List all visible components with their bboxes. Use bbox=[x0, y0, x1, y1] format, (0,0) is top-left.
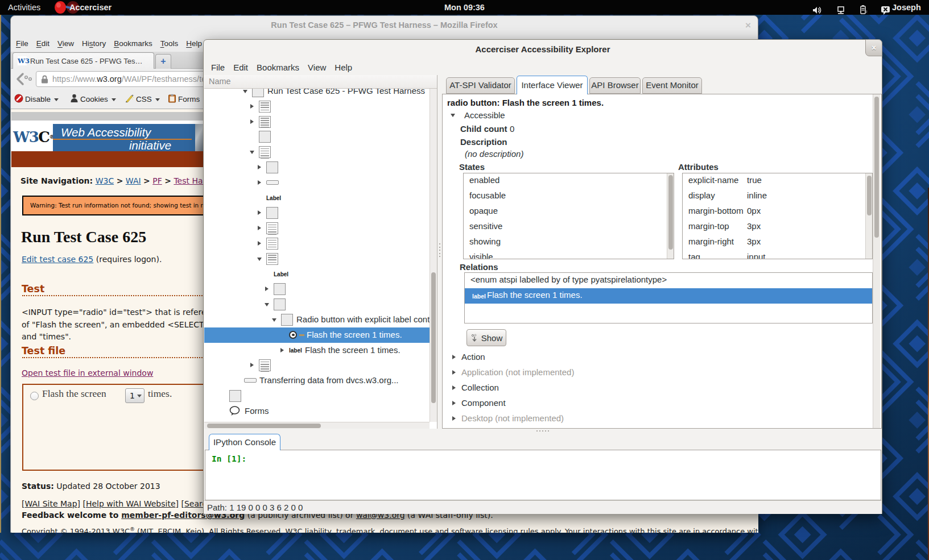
times-select[interactable]: 1 bbox=[125, 388, 144, 403]
tree-row[interactable] bbox=[204, 297, 430, 312]
tree-row[interactable] bbox=[204, 114, 430, 130]
tree-row[interactable] bbox=[204, 160, 430, 175]
tree-row-flash-the-screen-1-times-[interactable]: Flash the screen 1 times. bbox=[204, 327, 430, 343]
tree-row[interactable] bbox=[204, 205, 430, 221]
copyright-link[interactable]: ERCIM bbox=[158, 527, 181, 533]
attributes-listbox[interactable]: explicit-nametruedisplayinlinemargin-bot… bbox=[682, 173, 873, 259]
tab-event-monitor[interactable]: Event Monitor bbox=[642, 77, 702, 94]
sitenav-link[interactable]: PF bbox=[152, 176, 162, 185]
devbar-forms-menu[interactable]: Forms bbox=[168, 89, 208, 109]
relation-type-row[interactable]: <enum atspi labelled by of type pyatspir… bbox=[470, 275, 667, 284]
tab-interface-viewer[interactable]: Interface Viewer bbox=[517, 76, 588, 94]
tree-horizontal-scrollbar[interactable] bbox=[204, 422, 430, 429]
attribute-row[interactable]: taginput bbox=[683, 250, 872, 259]
relations-listbox[interactable]: <enum atspi labelled by of type pyatspir… bbox=[464, 272, 873, 323]
tree-row-forms[interactable]: Forms bbox=[204, 404, 430, 419]
tree-row[interactable] bbox=[204, 251, 430, 267]
copyright-link[interactable]: software licensing rules bbox=[451, 527, 539, 533]
attribute-row[interactable]: displayinline bbox=[683, 189, 872, 204]
chat-icon[interactable] bbox=[881, 3, 890, 18]
flash-radio-button[interactable] bbox=[30, 392, 39, 400]
tree-row[interactable] bbox=[204, 175, 430, 190]
expander-icon[interactable] bbox=[250, 119, 254, 124]
accerciser-menu-help[interactable]: Help bbox=[335, 63, 352, 72]
devbar-disable-menu[interactable]: Disable bbox=[14, 89, 59, 109]
interface-viewer-scrollbar[interactable] bbox=[873, 94, 880, 428]
open-test-file-link[interactable]: Open test file in external window bbox=[22, 368, 153, 378]
relation-target-row[interactable]: label Flash the screen 1 times. bbox=[465, 288, 872, 304]
copyright-link[interactable]: trademark bbox=[336, 527, 375, 533]
firefox-menu-view[interactable]: View bbox=[57, 39, 74, 48]
tree-row-radio-button-with-explicit-lab[interactable]: Radio button with explicit label content bbox=[204, 312, 430, 327]
devbar-cookies-menu[interactable]: Cookies bbox=[70, 89, 116, 109]
battery-icon[interactable] bbox=[859, 2, 868, 17]
tree-row[interactable]: Label bbox=[204, 267, 430, 282]
accerciser-close-button[interactable]: × bbox=[865, 39, 882, 56]
firefox-menu-help[interactable]: Help bbox=[186, 39, 202, 48]
accerciser-menu-view[interactable]: View bbox=[308, 63, 326, 72]
accerciser-menu-bookmarks[interactable]: Bookmarks bbox=[257, 63, 299, 72]
accessible-expander-label[interactable]: Accessible bbox=[464, 110, 505, 120]
tree-row-transferring-data-from-dvcs-w3[interactable]: Transferring data from dvcs.w3.org... bbox=[204, 373, 430, 388]
accerciser-menu-file[interactable]: File bbox=[211, 63, 225, 72]
bottom-splitter-handle[interactable] bbox=[536, 430, 551, 433]
devbar-css-menu[interactable]: CSS bbox=[125, 89, 160, 109]
state-row[interactable]: visible bbox=[464, 250, 674, 259]
state-row[interactable]: focusable bbox=[464, 189, 674, 204]
w3c-logo[interactable]: W3C® bbox=[13, 124, 53, 151]
attribute-row[interactable]: margin-top3px bbox=[683, 219, 872, 235]
tree-row-run-test-case-625-pfwg-test-ha[interactable]: Run Test Case 625 - PFWG Test Harness bbox=[204, 89, 430, 99]
sitenav-link[interactable]: W3C bbox=[96, 176, 114, 185]
firefox-menu-tools[interactable]: Tools bbox=[160, 39, 179, 48]
firefox-menu-history[interactable]: History bbox=[82, 39, 106, 48]
tree-header-name[interactable]: Name bbox=[204, 75, 437, 89]
firefox-menu-bookmarks[interactable]: Bookmarks bbox=[114, 39, 152, 48]
state-row[interactable]: sensitive bbox=[464, 219, 674, 235]
ipython-console-tab[interactable]: IPython Console bbox=[209, 434, 280, 450]
back-icon[interactable] bbox=[15, 72, 34, 86]
tree-row[interactable] bbox=[204, 221, 430, 236]
expander-icon[interactable] bbox=[250, 104, 254, 109]
user-menu[interactable]: Joseph bbox=[892, 0, 921, 15]
tree-row[interactable] bbox=[204, 281, 430, 297]
expander-icon[interactable] bbox=[258, 226, 261, 230]
tree-row[interactable] bbox=[204, 358, 430, 373]
footer-link[interactable]: Help with WAI Website bbox=[86, 499, 176, 508]
tree-vertical-scrollbar[interactable] bbox=[430, 89, 437, 422]
states-listbox[interactable]: enabledfocusableopaquesensitiveshowingvi… bbox=[463, 173, 674, 259]
expander-icon[interactable] bbox=[258, 180, 261, 185]
firefox-menu-file[interactable]: File bbox=[16, 39, 28, 48]
network-icon[interactable] bbox=[836, 3, 845, 18]
copyright-link[interactable]: document use bbox=[380, 527, 433, 533]
accessible-expander-icon[interactable] bbox=[451, 114, 455, 117]
clock[interactable]: Mon 09:36 bbox=[0, 0, 929, 15]
collapse-icon[interactable] bbox=[257, 258, 262, 261]
state-row[interactable]: enabled bbox=[464, 173, 674, 189]
tab-at-spi-validator[interactable]: AT-SPI Validator bbox=[446, 77, 515, 94]
sitenav-link[interactable]: WAI bbox=[126, 176, 141, 185]
footer-link[interactable]: WAI Site Map bbox=[24, 499, 77, 508]
copyright-link[interactable]: MIT bbox=[140, 527, 153, 533]
edit-test-link[interactable]: Edit test case 625 bbox=[22, 255, 93, 264]
attribute-row[interactable]: margin-right3px bbox=[683, 235, 872, 250]
attribute-row[interactable]: margin-bottom0px bbox=[683, 204, 872, 219]
collapse-icon[interactable] bbox=[265, 303, 269, 306]
firefox-tab[interactable]: W3 Run Test Case 625 - PFWG Tes… bbox=[13, 52, 154, 69]
show-button[interactable]: Show bbox=[466, 329, 506, 346]
expander-icon[interactable] bbox=[280, 348, 284, 352]
new-tab-button[interactable]: + bbox=[155, 54, 171, 69]
state-row[interactable]: opaque bbox=[464, 204, 674, 219]
expander-icon[interactable] bbox=[258, 165, 261, 169]
accerciser-menu-edit[interactable]: Edit bbox=[233, 63, 248, 72]
tree-row[interactable]: Label bbox=[204, 190, 430, 206]
tree-row-flash-the-screen-1-times-[interactable]: labelFlash the screen 1 times. bbox=[204, 343, 430, 358]
tree-row[interactable] bbox=[204, 144, 430, 160]
volume-icon[interactable] bbox=[812, 3, 822, 18]
firefox-close-icon[interactable]: × bbox=[742, 20, 754, 31]
tree-row[interactable] bbox=[204, 236, 430, 251]
firefox-menu-edit[interactable]: Edit bbox=[36, 39, 49, 48]
ipython-console[interactable]: In [1]: bbox=[205, 450, 881, 500]
collapse-icon[interactable] bbox=[250, 151, 254, 154]
expander-icon[interactable] bbox=[258, 241, 261, 246]
expander-icon[interactable] bbox=[258, 210, 261, 215]
